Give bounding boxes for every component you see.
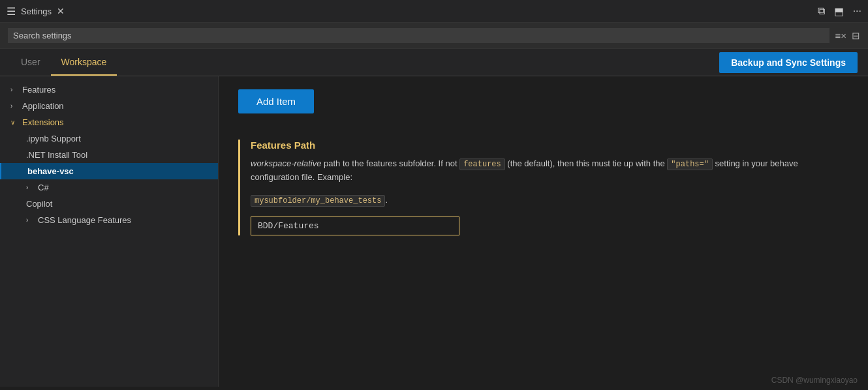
- sidebar-item-label: Application: [22, 101, 64, 111]
- titlebar: ☰ Settings ✕ ⧉ ⬒ ···: [0, 0, 868, 23]
- add-item-button[interactable]: Add Item: [238, 89, 314, 113]
- inline-code-features: features: [459, 158, 505, 170]
- chevron-right-icon: ›: [26, 184, 34, 191]
- features-path-section: Features Path workspace-relative path to…: [238, 140, 848, 235]
- titlebar-left: ☰ Settings ✕: [7, 5, 65, 18]
- sidebar-item-label: behave-vsc: [27, 166, 74, 176]
- tab-user[interactable]: User: [10, 49, 51, 76]
- sidebar-item-copilot[interactable]: Copilot: [0, 196, 218, 212]
- menu-icon[interactable]: ☰: [7, 5, 16, 18]
- sidebar-item-label: .NET Install Tool: [26, 150, 87, 160]
- sidebar-item-ipynb[interactable]: .ipynb Support: [0, 130, 218, 147]
- main-area: › Features › Application ∨ Extensions .i…: [0, 76, 868, 387]
- content-panel: Add Item Features Path workspace-relativ…: [219, 76, 868, 387]
- filter-icon[interactable]: ⊟: [852, 30, 860, 42]
- chevron-right-icon: ›: [10, 86, 18, 93]
- features-path-input[interactable]: [251, 217, 459, 235]
- desc-text-1: path to the features subfolder. If not: [321, 158, 459, 168]
- desc-text-2: (the default), then this must tie up wit…: [505, 158, 668, 168]
- sidebar-item-netinstall[interactable]: .NET Install Tool: [0, 147, 218, 163]
- sidebar-item-label: Features: [22, 85, 55, 95]
- sidebar-item-label: C#: [38, 183, 49, 192]
- inline-code-paths: "paths=": [667, 158, 713, 170]
- italic-text: workspace-relative: [251, 158, 321, 168]
- sidebar-item-csharp[interactable]: › C#: [0, 179, 218, 196]
- titlebar-right: ⧉ ⬒ ···: [818, 5, 861, 18]
- search-input[interactable]: [8, 28, 829, 43]
- titlebar-title: Settings: [21, 7, 52, 16]
- sidebar-item-csslang[interactable]: › CSS Language Features: [0, 212, 218, 228]
- tab-workspace[interactable]: Workspace: [51, 49, 117, 76]
- search-actions: ≡× ⊟: [835, 30, 860, 42]
- tabbar: User Workspace Backup and Sync Settings: [0, 49, 868, 76]
- sidebar-item-label: Extensions: [22, 117, 64, 127]
- clear-search-icon[interactable]: ≡×: [835, 30, 846, 41]
- chevron-down-icon: ∨: [10, 119, 18, 126]
- chevron-right-icon: ›: [26, 217, 34, 224]
- split-editor-icon[interactable]: ⬒: [834, 5, 844, 18]
- sidebar-item-features[interactable]: › Features: [0, 82, 218, 98]
- close-button[interactable]: ✕: [57, 6, 65, 16]
- section-example: mysubfolder/my_behave_tests.: [251, 194, 848, 207]
- sidebar-item-label: Copilot: [26, 199, 52, 209]
- sidebar-item-label: CSS Language Features: [38, 215, 131, 225]
- watermark: CSDN @wumingxiaoyao: [771, 376, 858, 385]
- chevron-right-icon: ›: [10, 102, 18, 110]
- tabs: User Workspace: [10, 49, 117, 76]
- section-title: Features Path: [251, 140, 848, 151]
- sidebar-item-behavevsc[interactable]: behave-vsc: [0, 163, 218, 179]
- inline-code-example: mysubfolder/my_behave_tests: [251, 195, 385, 207]
- section-description: workspace-relative path to the features …: [251, 157, 848, 185]
- open-editor-icon[interactable]: ⧉: [818, 5, 825, 17]
- searchbar: ≡× ⊟: [0, 23, 868, 49]
- sidebar: › Features › Application ∨ Extensions .i…: [0, 76, 219, 387]
- sidebar-item-extensions[interactable]: ∨ Extensions: [0, 114, 218, 130]
- more-actions-icon[interactable]: ···: [853, 5, 861, 17]
- sidebar-item-application[interactable]: › Application: [0, 98, 218, 114]
- backup-sync-button[interactable]: Backup and Sync Settings: [719, 52, 858, 73]
- example-suffix: .: [385, 195, 388, 205]
- sidebar-item-label: .ipynb Support: [26, 134, 81, 143]
